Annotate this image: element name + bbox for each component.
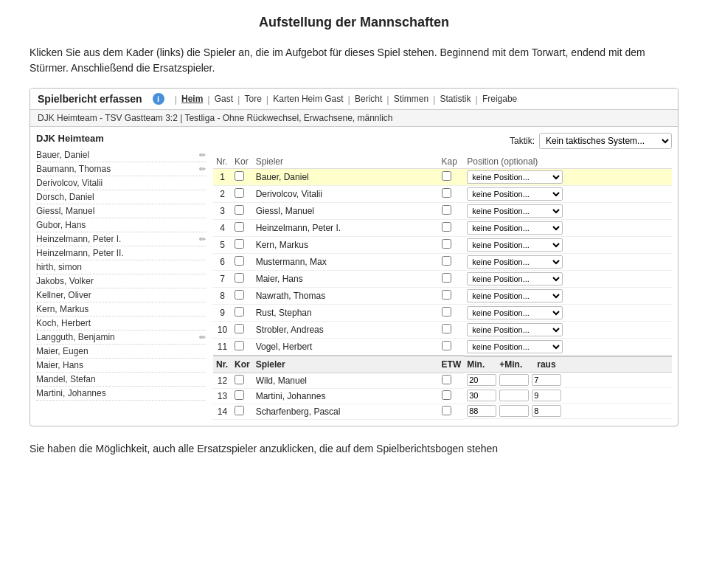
- nav-gast[interactable]: Gast: [215, 94, 233, 104]
- list-item[interactable]: Heinzelmann, Peter I.: [36, 232, 206, 246]
- spielbericht-title: Spielbericht erfassen: [38, 93, 142, 105]
- info-icon[interactable]: i: [153, 93, 164, 105]
- players-table: Nr. Kor Spieler Kap Position (optional) …: [213, 155, 672, 420]
- taktik-select[interactable]: Kein taktisches System...: [539, 133, 672, 149]
- kap-checkbox[interactable]: [442, 341, 451, 350]
- kor-checkbox[interactable]: [235, 273, 244, 283]
- nav-karten[interactable]: Karten Heim Gast: [273, 94, 343, 104]
- list-item[interactable]: Bauer, Daniel: [36, 148, 206, 162]
- position-select[interactable]: keine Position...: [467, 340, 563, 353]
- list-item[interactable]: Langguth, Benjamin: [36, 331, 206, 345]
- list-item[interactable]: Jakobs, Volker: [36, 274, 206, 288]
- plusmin-input[interactable]: [499, 405, 529, 417]
- kap-checkbox[interactable]: [442, 273, 451, 283]
- list-item[interactable]: Baumann, Thomas: [36, 162, 206, 176]
- position-select[interactable]: keine Position...: [467, 255, 563, 269]
- kap-checkbox[interactable]: [442, 256, 451, 266]
- nav-stimmen[interactable]: Stimmen: [394, 94, 428, 104]
- position-select[interactable]: keine Position...: [467, 306, 563, 319]
- outro-text: Sie haben die Möglichkeit, auch alle Ers…: [30, 441, 678, 457]
- table-row: 9 Rust, Stephan keine Position...: [213, 305, 672, 322]
- plusmin-input[interactable]: [499, 374, 529, 386]
- position-select[interactable]: keine Position...: [467, 238, 563, 252]
- kor-checkbox[interactable]: [235, 375, 244, 384]
- taktik-label: Taktik:: [510, 136, 535, 146]
- kor-checkbox[interactable]: [235, 290, 244, 300]
- kor-checkbox[interactable]: [235, 188, 244, 198]
- page-title: Aufstellung der Mannschaften: [30, 15, 678, 30]
- raus-input[interactable]: [532, 390, 561, 401]
- kap-checkbox[interactable]: [442, 205, 451, 215]
- team-name-left: DJK Heimteam: [36, 133, 206, 144]
- list-item[interactable]: Derivolcov, Vitalii: [36, 176, 206, 190]
- min-input[interactable]: [467, 374, 496, 386]
- col-kor: Kor: [232, 155, 253, 169]
- position-select[interactable]: keine Position...: [467, 204, 563, 218]
- list-item[interactable]: Giessl, Manuel: [36, 204, 206, 218]
- list-item[interactable]: Heinzelmann, Peter II.: [36, 246, 206, 260]
- list-item[interactable]: Mandel, Stefan: [36, 373, 206, 387]
- taktik-row: Taktik: Kein taktisches System...: [213, 133, 672, 149]
- kap-checkbox[interactable]: [442, 307, 451, 317]
- raus-input[interactable]: [532, 374, 561, 386]
- position-select[interactable]: keine Position...: [467, 221, 563, 235]
- position-select[interactable]: keine Position...: [467, 187, 563, 201]
- kor-checkbox[interactable]: [235, 256, 244, 266]
- etw-checkbox[interactable]: [442, 390, 451, 400]
- nav-statistik[interactable]: Statistik: [440, 94, 471, 104]
- list-item[interactable]: Martini, Johannes: [36, 387, 206, 401]
- kor-checkbox[interactable]: [235, 171, 244, 181]
- kor-checkbox[interactable]: [235, 307, 244, 317]
- kap-checkbox[interactable]: [442, 171, 451, 181]
- kor-checkbox[interactable]: [235, 205, 244, 215]
- plusmin-input[interactable]: [499, 390, 529, 401]
- nav-freigabe[interactable]: Freigabe: [482, 94, 517, 104]
- top-nav: Spielbericht erfassen i | Heim | Gast | …: [30, 89, 678, 110]
- nav-tore[interactable]: Tore: [244, 94, 261, 104]
- edit-icon[interactable]: [199, 164, 206, 174]
- list-item[interactable]: hirth, simon: [36, 260, 206, 274]
- position-select[interactable]: keine Position...: [467, 170, 563, 184]
- min-input[interactable]: [467, 405, 496, 417]
- etw-checkbox[interactable]: [442, 406, 451, 415]
- intro-text: Klicken Sie aus dem Kader (links) die Sp…: [30, 45, 678, 76]
- etw-checkbox[interactable]: [442, 375, 451, 384]
- position-select[interactable]: keine Position...: [467, 289, 563, 302]
- list-item[interactable]: Maier, Eugen: [36, 345, 206, 359]
- position-select[interactable]: keine Position...: [467, 272, 563, 286]
- kap-checkbox[interactable]: [442, 188, 451, 198]
- list-item[interactable]: Dorsch, Daniel: [36, 190, 206, 204]
- kap-checkbox[interactable]: [442, 324, 451, 333]
- kor-checkbox[interactable]: [235, 341, 244, 350]
- edit-icon[interactable]: [199, 150, 206, 160]
- list-item[interactable]: Maier, Hans: [36, 359, 206, 373]
- table-row: 12 Wild, Manuel: [213, 373, 672, 388]
- col-position: Position (optional): [464, 155, 672, 169]
- table-row: 1 Bauer, Daniel keine Position...: [213, 169, 672, 186]
- kor-checkbox[interactable]: [235, 222, 244, 232]
- nav-bericht[interactable]: Bericht: [355, 94, 382, 104]
- kap-checkbox[interactable]: [442, 239, 451, 249]
- kor-checkbox[interactable]: [235, 239, 244, 249]
- main-content: DJK Heimteam Bauer, Daniel Baumann, Thom…: [30, 127, 678, 426]
- edit-icon[interactable]: [199, 332, 206, 342]
- kor-checkbox[interactable]: [235, 406, 244, 415]
- list-item[interactable]: Kern, Markus: [36, 302, 206, 317]
- match-info-bar: DJK Heimteam - TSV Gastteam 3:2 | Testli…: [30, 110, 678, 127]
- list-item[interactable]: Kellner, Oliver: [36, 288, 206, 302]
- kap-checkbox[interactable]: [442, 290, 451, 300]
- edit-icon[interactable]: [199, 234, 206, 244]
- list-item[interactable]: Koch, Herbert: [36, 317, 206, 331]
- position-select[interactable]: keine Position...: [467, 323, 563, 336]
- kor-checkbox[interactable]: [235, 324, 244, 333]
- min-input[interactable]: [467, 390, 496, 401]
- kor-checkbox[interactable]: [235, 390, 244, 400]
- raus-input[interactable]: [532, 405, 561, 417]
- table-row: 6 Mustermann, Max keine Position...: [213, 254, 672, 271]
- kap-checkbox[interactable]: [442, 222, 451, 232]
- table-row: 7 Maier, Hans keine Position...: [213, 271, 672, 288]
- nav-heim[interactable]: Heim: [181, 94, 203, 104]
- table-row: 3 Giessl, Manuel keine Position...: [213, 203, 672, 220]
- list-item[interactable]: Gubor, Hans: [36, 218, 206, 232]
- table-row: 5 Kern, Markus keine Position...: [213, 237, 672, 254]
